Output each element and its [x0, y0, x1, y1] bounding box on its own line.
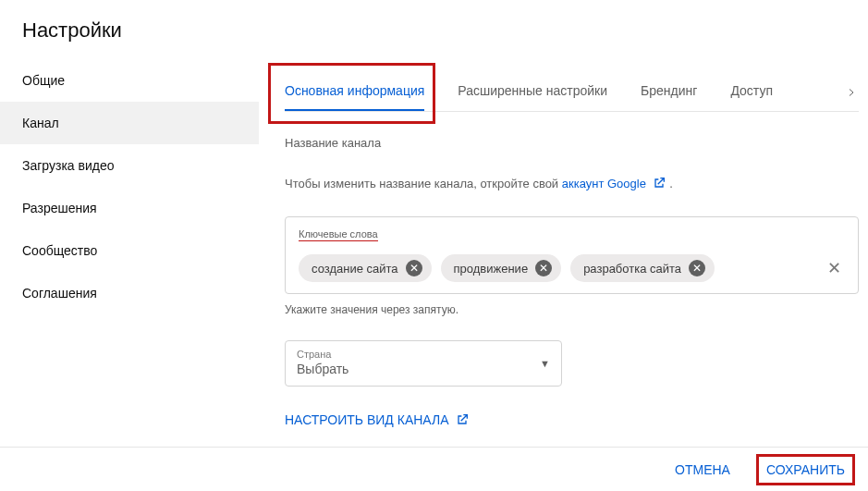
change-name-hint: Чтобы изменить название канала, откройте… — [285, 176, 859, 190]
tab-active-indicator — [285, 109, 424, 111]
external-link-icon — [652, 176, 666, 190]
sidebar-item-label: Общие — [22, 73, 65, 88]
save-button[interactable]: СОХРАНИТЬ — [756, 454, 855, 485]
configure-channel-link[interactable]: НАСТРОИТЬ ВИД КАНАЛА — [285, 412, 470, 427]
sidebar-item-label: Сообщество — [22, 243, 97, 258]
keywords-field[interactable]: Ключевые слова создание сайта ✕ продвиже… — [285, 216, 859, 294]
sidebar-item-agreements[interactable]: Соглашения — [0, 272, 259, 314]
tab-label: Основная информация — [285, 83, 424, 98]
sidebar-item-upload[interactable]: Загрузка видео — [0, 144, 259, 187]
chip-remove-button[interactable]: ✕ — [406, 260, 422, 276]
link-text: аккаунт Google — [562, 177, 646, 190]
sidebar-item-community[interactable]: Сообщество — [0, 229, 259, 272]
sidebar-item-permissions[interactable]: Разрешения — [0, 187, 259, 229]
tab-access[interactable]: Доступ — [730, 76, 773, 111]
keywords-helper: Укажите значения через запятую. — [285, 303, 859, 316]
keyword-chip: создание сайта ✕ — [299, 254, 432, 282]
tab-bar: Основная информация Расширенные настройк… — [285, 59, 859, 112]
tabs-scroll-right-button[interactable] — [844, 85, 859, 102]
tab-advanced[interactable]: Расширенные настройки — [458, 76, 607, 111]
tab-label: Расширенные настройки — [458, 83, 607, 98]
cancel-button[interactable]: ОТМЕНА — [666, 455, 740, 485]
country-label: Страна — [297, 349, 550, 360]
sidebar-item-channel[interactable]: Канал — [0, 102, 259, 144]
hint-text: Чтобы изменить название канала, откройте… — [285, 177, 562, 190]
sidebar-item-label: Загрузка видео — [22, 158, 115, 173]
main-panel: Основная информация Расширенные настройк… — [259, 59, 868, 466]
country-select[interactable]: Страна Выбрать ▼ — [285, 340, 562, 387]
tab-branding[interactable]: Брендинг — [641, 76, 697, 111]
google-account-link[interactable]: аккаунт Google — [562, 177, 669, 190]
country-value: Выбрать — [297, 362, 550, 376]
settings-sidebar: Общие Канал Загрузка видео Разрешения Со… — [0, 59, 259, 466]
clear-keywords-button[interactable]: ✕ — [827, 258, 845, 278]
sidebar-item-label: Разрешения — [22, 201, 97, 215]
chip-text: продвижение — [454, 262, 529, 276]
tab-label: Доступ — [730, 83, 773, 98]
dialog-header: Настройки — [0, 0, 868, 59]
tab-content: Название канала Чтобы изменить название … — [285, 112, 859, 427]
caret-down-icon: ▼ — [540, 358, 550, 369]
channel-name-label: Название канала — [285, 136, 859, 150]
chip-remove-button[interactable]: ✕ — [689, 260, 705, 276]
keywords-chips: создание сайта ✕ продвижение ✕ разработк… — [299, 254, 845, 282]
tab-label: Брендинг — [641, 83, 697, 98]
external-link-icon — [455, 412, 470, 427]
keyword-chip: продвижение ✕ — [441, 254, 562, 282]
sidebar-item-label: Канал — [22, 116, 59, 130]
chevron-right-icon — [846, 87, 857, 98]
tab-basic-info[interactable]: Основная информация — [285, 76, 424, 111]
dialog-footer: ОТМЕНА СОХРАНИТЬ — [0, 447, 868, 491]
keyword-chip: разработка сайта ✕ — [570, 254, 715, 282]
link-text: НАСТРОИТЬ ВИД КАНАЛА — [285, 412, 449, 427]
page-title: Настройки — [22, 18, 846, 43]
chip-text: создание сайта — [312, 262, 398, 276]
sidebar-item-label: Соглашения — [22, 286, 97, 301]
dialog-body: Общие Канал Загрузка видео Разрешения Со… — [0, 59, 868, 466]
keywords-label: Ключевые слова — [299, 228, 378, 241]
chip-remove-button[interactable]: ✕ — [535, 260, 552, 276]
chip-text: разработка сайта — [583, 262, 681, 276]
sidebar-item-general[interactable]: Общие — [0, 59, 259, 102]
